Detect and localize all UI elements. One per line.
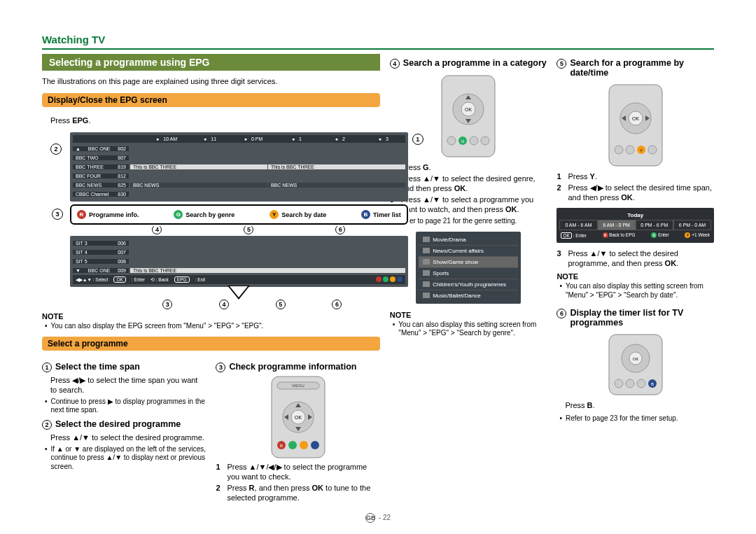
- step5-li2: Press ◀/▶ to select the desired time spa…: [568, 183, 714, 202]
- svg-point-42: [626, 379, 634, 388]
- svg-text:R: R: [279, 444, 283, 448]
- svg-text:G: G: [461, 139, 465, 143]
- callout-row-upper: 4 5 6: [70, 225, 408, 234]
- orange-bar-2: Select a programme: [42, 337, 380, 351]
- svg-point-41: [615, 379, 623, 388]
- header-divider: [42, 48, 714, 50]
- note-label-1: NOTE: [42, 312, 380, 321]
- y-dot: Y: [270, 210, 279, 219]
- b-dot: B: [361, 210, 370, 219]
- svg-point-13: [300, 441, 308, 449]
- svg-text:Y: Y: [640, 148, 643, 153]
- svg-point-36: [648, 146, 657, 154]
- callout-row-lower: 3 4 5 6: [70, 300, 408, 309]
- orange-bar-1: Display/Close the EPG screen: [42, 93, 380, 107]
- callout-3a: 3: [52, 209, 63, 220]
- svg-point-32: [615, 146, 623, 154]
- step1-body: Press ◀/▶ to select the time span you wa…: [42, 375, 206, 395]
- step4-li3: Press ▲/▼ to select a programme you want…: [401, 195, 547, 214]
- step2-title: 2Select the desired programme: [42, 419, 206, 430]
- step6-title: 6Display the timer list for TV programme…: [556, 308, 714, 328]
- step1-title: 1Select the time span: [42, 362, 206, 372]
- colorbar: 3 RProgramme info. GSearch by genre YSea…: [70, 204, 408, 225]
- pointer-arrow: [227, 286, 250, 300]
- step1-bullet: Continue to press ▶ to display programme…: [42, 398, 206, 415]
- note-label-4: NOTE: [390, 311, 547, 319]
- step2-bullet: If ▲ or ▼ are displayed on the left of t…: [42, 445, 206, 472]
- svg-point-21: [447, 136, 456, 145]
- callout-1: 1: [412, 134, 424, 145]
- step4-title: 4Search a programme in a category: [390, 58, 547, 69]
- step3-title: 3Check programme information: [216, 362, 379, 372]
- step5-note: You can also display this setting screen…: [556, 282, 714, 300]
- callout-2: 2: [50, 143, 62, 155]
- step4-bullet: Refer to page 21 for the genre setting.: [390, 217, 547, 226]
- g-dot: G: [174, 210, 183, 219]
- section-title: Selecting a programme using EPG: [42, 54, 380, 71]
- step6-press: Press B.: [556, 400, 714, 410]
- step2-body: Press ▲/▼ to select the desired programm…: [42, 433, 206, 442]
- epg-timeline: ● 10 AM ● 11 ● 0 PM ● 1 ● 2 ● 3: [73, 135, 405, 143]
- step4-li2: Press ▲/▼ to select the desired genre, a…: [401, 174, 547, 193]
- svg-text:OK: OK: [632, 116, 639, 121]
- remote-icon-5: OK Y: [601, 83, 671, 167]
- date-strip: Today 0 AM - 6 AM 6 AM - 0 PM 0 PM - 6 P…: [556, 208, 714, 243]
- remote-icon-6: OK B: [601, 333, 671, 396]
- svg-point-33: [626, 146, 634, 154]
- note-epg-menu: You can also display the EPG screen from…: [42, 322, 380, 331]
- r-dot: R: [77, 210, 86, 219]
- svg-point-43: [637, 379, 645, 388]
- svg-point-25: [481, 136, 489, 145]
- remote-icon-4: OK G: [433, 74, 503, 158]
- step5-title: 5Search for a programme by date/time: [556, 58, 714, 78]
- step3-li1: Press ▲/▼/◀/▶ to select the programme yo…: [227, 462, 379, 482]
- note-label-5: NOTE: [556, 272, 714, 281]
- svg-text:OK: OK: [295, 415, 302, 420]
- svg-text:B: B: [651, 382, 654, 386]
- intro-text: The illustrations on this page are expla…: [42, 76, 380, 86]
- step5-li3: Press ▲/▼ to select the desired programm…: [568, 248, 714, 268]
- step3-li2: Press R, and then press OK to tune to th…: [227, 483, 379, 503]
- remote-icon: OK MENU R: [263, 375, 333, 459]
- step6-bullet: Refer to page 23 for the timer setup.: [556, 414, 714, 423]
- svg-point-12: [288, 441, 297, 449]
- genre-box: Movie/Drama News/Current affairs Show/Ga…: [416, 232, 521, 304]
- page-footer: GB - 22: [0, 513, 756, 523]
- epg-screenshot: 2 1 ● 10 AM ● 11 ● 0 PM ● 1 ● 2 ● 3 ▲ BB…: [70, 132, 408, 309]
- svg-text:OK: OK: [465, 107, 472, 112]
- svg-text:OK: OK: [632, 357, 638, 361]
- header-title: Watching TV: [42, 34, 714, 45]
- svg-text:MENU: MENU: [292, 384, 304, 388]
- svg-point-24: [470, 136, 478, 145]
- epg-footer: ◀▶▲▼ : Select OK: Enter ⟲ : Back EPG: Ex…: [73, 275, 405, 284]
- svg-point-14: [311, 441, 319, 449]
- step5-li1: Press Y.: [568, 171, 597, 181]
- press-epg: Press EPG.: [42, 115, 380, 125]
- step4-note: You can also display this setting screen…: [390, 321, 547, 338]
